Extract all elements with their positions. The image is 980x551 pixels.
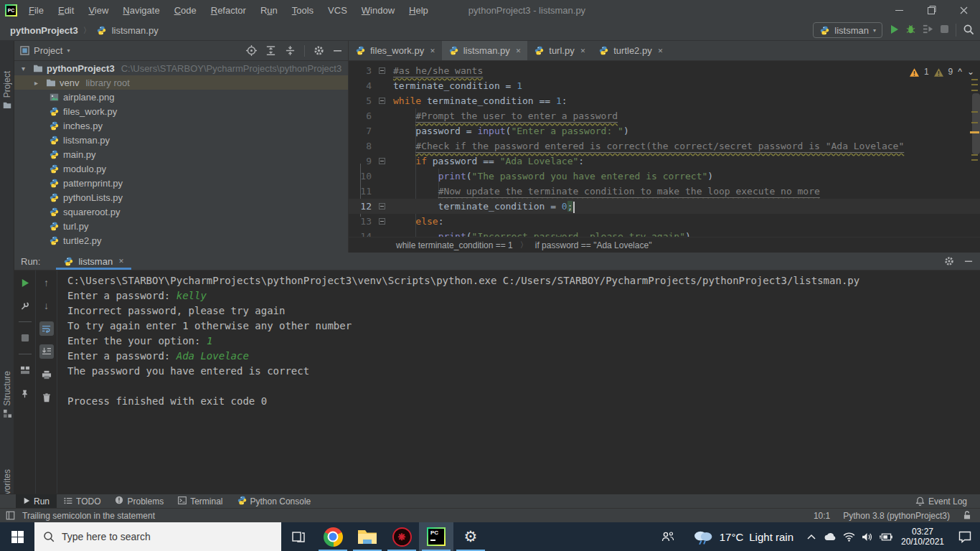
prev-warning-icon[interactable]: ^ <box>958 65 962 80</box>
fold-marker[interactable] <box>379 218 385 225</box>
taskbar-search-input[interactable]: Type here to search <box>34 522 281 551</box>
interpreter-label[interactable]: Python 3.8 (pythonProject3) <box>843 511 950 521</box>
down-stack-trace-icon[interactable]: ↓ <box>39 298 54 313</box>
close-icon[interactable]: ✕ <box>118 258 124 265</box>
stripe-structure-button[interactable]: Structure <box>0 371 14 418</box>
run-tab-listsman[interactable]: listsman ✕ <box>56 253 131 270</box>
fold-marker[interactable] <box>379 98 385 104</box>
minimize-button[interactable] <box>883 0 915 20</box>
search-everywhere-icon[interactable] <box>963 24 974 37</box>
next-warning-icon[interactable]: ⌄ <box>967 65 974 80</box>
restore-button[interactable] <box>915 0 948 20</box>
editor-scrollbar[interactable] <box>972 93 980 154</box>
tree-item-main.py[interactable]: main.py <box>14 147 348 161</box>
gear-icon[interactable] <box>944 256 954 266</box>
tree-item-squareroot.py[interactable]: squareroot.py <box>14 204 348 219</box>
run-console-output[interactable]: C:\Users\STARBOY\PycharmProjects\pythonP… <box>59 270 980 494</box>
stop-button[interactable] <box>940 24 949 36</box>
close-button[interactable] <box>948 0 980 20</box>
tree-item-turtle2.py[interactable]: turtle2.py <box>14 233 348 248</box>
close-tab-icon[interactable]: ✕ <box>516 47 522 55</box>
taskbar-clock[interactable]: 03:27 20/10/2021 <box>895 522 950 551</box>
breadcrumb-if[interactable]: if password == "Ada Lovelace" <box>535 240 652 250</box>
restore-layout-icon[interactable] <box>18 363 32 377</box>
run-with-coverage-button[interactable] <box>923 24 933 37</box>
soft-wrap-icon[interactable] <box>39 321 54 336</box>
menu-view[interactable]: View <box>88 5 108 16</box>
breadcrumb-file[interactable]: listsman.py <box>112 25 159 36</box>
close-tab-icon[interactable]: ✕ <box>430 47 435 55</box>
breadcrumb-while[interactable]: while terminate_condition == 1 <box>396 240 513 250</box>
menu-edit[interactable]: Edit <box>58 5 74 16</box>
up-stack-trace-icon[interactable]: ↑ <box>39 276 54 290</box>
stop-button[interactable] <box>18 331 32 345</box>
tree-item-modulo.py[interactable]: modulo.py <box>14 161 348 176</box>
action-center-button[interactable] <box>950 522 980 551</box>
menu-tools[interactable]: Tools <box>292 5 314 16</box>
tray-expand-icon[interactable] <box>802 534 821 540</box>
tool-window-switcher-icon[interactable] <box>6 511 15 520</box>
project-panel-title[interactable]: Project <box>34 45 62 56</box>
file-explorer-taskbar-icon[interactable] <box>350 522 385 551</box>
unlocked-icon[interactable] <box>963 511 971 520</box>
wifi-icon[interactable] <box>839 532 858 542</box>
fold-marker[interactable] <box>379 203 385 209</box>
task-view-button[interactable] <box>281 522 316 551</box>
editor-tab-turl.py[interactable]: turl.py✕ <box>527 41 592 60</box>
settings-taskbar-icon[interactable]: ⚙ <box>453 522 488 551</box>
volume-icon[interactable] <box>858 532 877 542</box>
caret-position[interactable]: 10:1 <box>814 511 830 521</box>
fold-marker[interactable] <box>379 158 385 164</box>
menu-code[interactable]: Code <box>174 5 197 16</box>
inspection-widget[interactable]: 1 9 ^ ⌄ <box>910 65 974 80</box>
collapse-all-icon[interactable] <box>285 45 296 56</box>
chevron-down-icon[interactable]: ▾ <box>22 65 29 72</box>
pin-tab-icon[interactable] <box>18 386 32 400</box>
run-configuration-select[interactable]: listsman ▾ <box>813 22 882 38</box>
tree-item-listsman.py[interactable]: listsman.py <box>14 133 348 147</box>
tree-item-pythonLists.py[interactable]: pythonLists.py <box>14 190 348 204</box>
chevron-right-icon[interactable]: ▸ <box>34 79 42 87</box>
toolwindow-button-run[interactable]: Run <box>16 494 57 508</box>
menu-help[interactable]: Help <box>409 5 428 16</box>
battery-icon[interactable] <box>877 533 895 541</box>
red-security-app-taskbar-icon[interactable]: ❋ <box>385 522 419 551</box>
stripe-project-button[interactable]: Project <box>0 71 14 109</box>
pycharm-taskbar-icon[interactable]: PC <box>419 522 453 551</box>
tree-item-turl.py[interactable]: turl.py <box>14 219 348 233</box>
tree-item-patternprint.py[interactable]: patternprint.py <box>14 176 348 190</box>
event-log-button[interactable]: Event Log <box>915 494 980 508</box>
toolwindow-button-todo[interactable]: TODO <box>57 494 108 508</box>
print-icon[interactable] <box>39 367 54 382</box>
tree-item-files_work.py[interactable]: files_work.py <box>14 104 348 118</box>
chevron-down-icon[interactable]: ▾ <box>67 47 70 54</box>
menu-file[interactable]: File <box>29 5 44 16</box>
weather-widget[interactable]: 17°C Light rain <box>684 522 802 551</box>
debug-button[interactable] <box>905 24 916 37</box>
onedrive-icon[interactable] <box>821 532 839 541</box>
scroll-to-end-icon[interactable] <box>39 344 54 359</box>
start-button[interactable] <box>0 522 34 551</box>
editor-tab-turtle2.py[interactable]: turtle2.py✕ <box>592 41 669 60</box>
editor-tab-listsman.py[interactable]: listsman.py✕ <box>442 41 528 60</box>
tree-item-venv[interactable]: ▸ venv library root <box>14 75 348 90</box>
locate-file-icon[interactable] <box>246 45 257 56</box>
menu-vcs[interactable]: VCS <box>328 5 347 16</box>
editor-tab-files_work.py[interactable]: files_work.py✕ <box>349 41 442 60</box>
tree-item-root[interactable]: ▾ pythonProject3 C:\Users\STARBOY\Pychar… <box>14 61 348 75</box>
toolwindow-button-problems[interactable]: Problems <box>108 494 171 508</box>
chrome-taskbar-icon[interactable] <box>316 522 350 551</box>
expand-all-icon[interactable] <box>265 45 276 56</box>
close-tab-icon[interactable]: ✕ <box>580 47 586 55</box>
tree-item-airplane.png[interactable]: airplane.png <box>14 90 348 104</box>
menu-window[interactable]: Window <box>362 5 395 16</box>
menu-refactor[interactable]: Refactor <box>211 5 246 16</box>
hide-panel-icon[interactable] <box>333 46 342 55</box>
fold-marker[interactable] <box>379 67 385 74</box>
toolwindow-button-terminal[interactable]: Terminal <box>171 494 230 508</box>
code-editor[interactable]: 3#as he/she wants4terminate_condition = … <box>349 61 980 237</box>
gear-icon[interactable] <box>314 45 324 56</box>
menu-navigate[interactable]: Navigate <box>123 5 159 16</box>
rerun-button[interactable] <box>18 276 32 290</box>
close-tab-icon[interactable]: ✕ <box>658 47 664 55</box>
